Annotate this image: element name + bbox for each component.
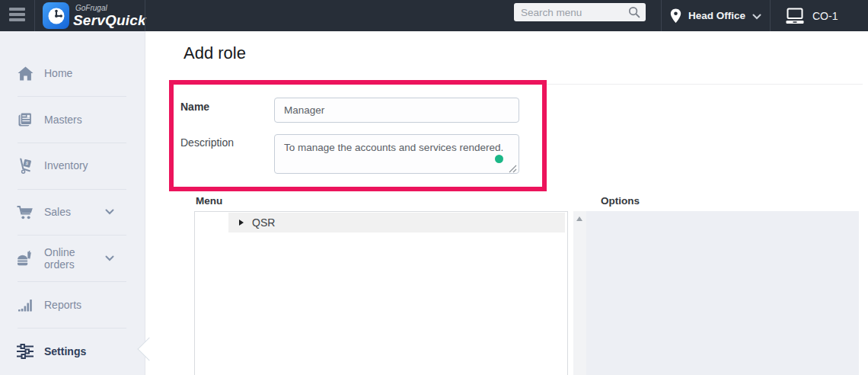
topbar-divider bbox=[145, 0, 145, 31]
sidebar: Home Masters $ bbox=[0, 31, 145, 375]
tree-node-label: QSR bbox=[252, 216, 275, 229]
page-title: Add role bbox=[183, 43, 246, 63]
name-field-label: Name bbox=[180, 101, 209, 113]
store-selector[interactable]: Head Office bbox=[670, 0, 761, 31]
description-field-label: Description bbox=[180, 136, 234, 149]
home-icon bbox=[17, 65, 34, 82]
options-panel bbox=[586, 211, 859, 375]
brand-company: GoFrugal bbox=[75, 4, 146, 12]
sidebar-item-label: Inventory bbox=[44, 159, 88, 171]
sidebar-divider bbox=[18, 96, 126, 97]
sidebar-item-label: Sales bbox=[44, 206, 71, 218]
store-selector-label: Head Office bbox=[688, 10, 745, 21]
topbar-divider bbox=[34, 0, 35, 31]
topbar-divider bbox=[661, 0, 662, 31]
sidebar-divider bbox=[18, 189, 126, 190]
scroll-up-arrow-icon[interactable] bbox=[576, 216, 582, 221]
sidebar-item-label: Settings bbox=[44, 345, 86, 357]
sidebar-item-sales[interactable]: Sales bbox=[0, 197, 145, 227]
computer-icon bbox=[786, 8, 806, 24]
role-name-input[interactable] bbox=[274, 98, 519, 123]
search-menu-box bbox=[514, 3, 646, 21]
role-description-textarea[interactable]: To manage the accounts and services rend… bbox=[274, 134, 519, 174]
location-pin-icon bbox=[670, 8, 681, 24]
masters-icon bbox=[17, 111, 34, 128]
sales-cart-icon bbox=[17, 204, 34, 220]
terminal-indicator[interactable]: CO-1 bbox=[786, 0, 838, 31]
sidebar-item-reports[interactable]: Reports bbox=[0, 290, 145, 320]
title-divider bbox=[183, 84, 863, 85]
sidebar-item-label: Online orders bbox=[44, 246, 105, 271]
textarea-resize-handle[interactable] bbox=[509, 165, 517, 173]
topbar-divider bbox=[770, 0, 771, 31]
search-icon bbox=[628, 6, 640, 18]
sidebar-divider bbox=[18, 281, 126, 282]
reports-icon bbox=[17, 296, 34, 313]
sidebar-item-label: Reports bbox=[44, 299, 81, 311]
sidebar-divider bbox=[18, 143, 126, 143]
sidebar-item-home[interactable]: Home bbox=[0, 58, 145, 88]
sidebar-item-masters[interactable]: Masters bbox=[0, 104, 145, 135]
chevron-down-icon bbox=[752, 14, 761, 20]
options-section-label: Options bbox=[601, 195, 640, 207]
brand-product: ServQuick bbox=[73, 12, 146, 28]
expand-caret-icon[interactable] bbox=[239, 220, 244, 226]
chevron-down-icon bbox=[105, 255, 114, 261]
sidebar-item-settings[interactable]: Settings bbox=[0, 336, 145, 367]
search-input[interactable] bbox=[514, 3, 646, 21]
sidebar-divider bbox=[18, 328, 126, 329]
brand-text: GoFrugal ServQuick bbox=[73, 2, 146, 28]
sidebar-item-label: Masters bbox=[44, 114, 82, 126]
sidebar-divider bbox=[18, 235, 126, 236]
sidebar-item-online-orders[interactable]: Online orders bbox=[0, 243, 145, 274]
sidebar-item-label: Home bbox=[44, 67, 72, 79]
online-orders-icon bbox=[17, 250, 34, 267]
menu-panel-scrollbar[interactable] bbox=[573, 211, 586, 375]
chevron-down-icon bbox=[105, 209, 114, 215]
terminal-label: CO-1 bbox=[812, 10, 838, 22]
servquick-clock-logo-icon bbox=[43, 2, 69, 29]
menu-section-label: Menu bbox=[196, 195, 222, 207]
hamburger-menu-icon[interactable] bbox=[9, 8, 26, 23]
sidebar-item-inventory[interactable]: $ Inventory bbox=[0, 150, 145, 181]
settings-sliders-icon bbox=[17, 343, 34, 360]
brand-logo[interactable]: GoFrugal ServQuick bbox=[43, 2, 146, 29]
inventory-icon: $ bbox=[17, 157, 34, 174]
tree-node-qsr[interactable]: QSR bbox=[228, 213, 565, 232]
green-dot-indicator bbox=[495, 155, 503, 163]
main-content: Add role Name Description To manage the … bbox=[145, 31, 868, 375]
menu-tree-panel: QSR bbox=[194, 211, 568, 375]
topbar: GoFrugal ServQuick Head Office CO-1 bbox=[0, 0, 868, 31]
